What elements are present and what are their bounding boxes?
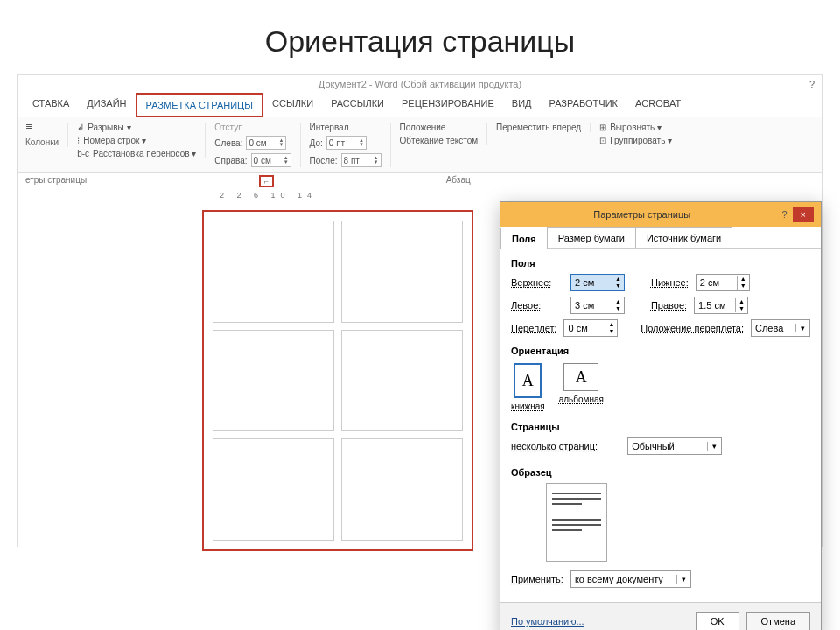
group-objects-button[interactable]: ⊡ Группировать ▾: [599, 136, 672, 145]
tab-references[interactable]: ССЫЛКИ: [263, 93, 322, 117]
gutter-position-select[interactable]: Слева▾: [751, 319, 810, 337]
pages-section-title: Страницы: [511, 422, 810, 432]
interval-group-label: Интервал: [310, 122, 382, 132]
page-thumb[interactable]: [213, 220, 334, 323]
spacing-after-input[interactable]: 8 пт▲▼: [341, 153, 382, 167]
apply-to-label: Применить:: [511, 574, 564, 584]
tab-page-layout[interactable]: РАЗМЕТКА СТРАНИЦЫ: [136, 93, 263, 117]
ribbon-body: ≣ Колонки ↲ Разрывы ▾ ⁝ Номера строк ▾ b…: [18, 117, 822, 173]
margin-bottom-label: Нижнее:: [651, 277, 689, 288]
multiple-pages-label: несколько страниц:: [511, 441, 598, 452]
gutter-input[interactable]: 0 см▲▼: [564, 319, 618, 337]
orientation-landscape-label: альбомная: [559, 395, 604, 404]
margin-top-input[interactable]: 2 см▲▼: [570, 274, 625, 291]
indent-left-label: Слева:: [214, 138, 242, 148]
dialog-tab-margins[interactable]: Поля: [500, 228, 548, 249]
hyphenation-icon: b-c: [77, 149, 89, 158]
breaks-button[interactable]: ↲ Разрывы ▾: [77, 122, 196, 132]
dialog-title: Параметры страницы: [508, 209, 776, 220]
chevron-down-icon: ▾: [707, 442, 721, 451]
word-window: Документ2 - Word (Сбой активации продукт…: [18, 74, 822, 547]
tab-review[interactable]: РЕЦЕНЗИРОВАНИЕ: [393, 93, 503, 117]
align-button[interactable]: ⊞ Выровнять ▾: [599, 122, 672, 132]
page-thumb[interactable]: [341, 438, 463, 541]
spacing-before-input[interactable]: 0 пт▲▼: [326, 136, 367, 150]
cancel-button[interactable]: Отмена: [746, 612, 810, 630]
indent-right-label: Справа:: [214, 156, 247, 165]
margin-right-label: Правое:: [651, 300, 687, 311]
tab-view[interactable]: ВИД: [503, 93, 541, 117]
position-button[interactable]: Положение: [400, 122, 479, 132]
line-numbers-button[interactable]: ⁝ Номера строк ▾: [77, 136, 196, 145]
tab-acrobat[interactable]: ACROBAT: [626, 93, 690, 117]
apply-to-select[interactable]: ко всему документу▾: [570, 570, 691, 588]
orientation-landscape-button[interactable]: A альбомная: [559, 363, 604, 411]
tab-mailings[interactable]: РАССЫЛКИ: [322, 93, 393, 117]
group-page-setup-label: етры страницы: [25, 175, 87, 187]
ruler: 2 2 6 10 14: [18, 189, 822, 201]
window-help-icon[interactable]: ?: [809, 79, 815, 89]
ok-button[interactable]: OK: [696, 612, 739, 630]
margin-right-input[interactable]: 1.5 см▲▼: [694, 297, 748, 314]
page-thumb[interactable]: [213, 438, 334, 541]
gutter-label: Переплет:: [511, 323, 556, 333]
orientation-portrait-button[interactable]: A книжная: [511, 363, 545, 411]
sample-preview: [546, 483, 607, 562]
tab-developer[interactable]: РАЗРАБОТЧИК: [541, 93, 626, 117]
group-paragraph-label: Абзац: [446, 175, 471, 187]
tab-design[interactable]: ДИЗАЙН: [78, 93, 135, 117]
breaks-icon: ↲: [77, 122, 84, 132]
bring-forward-button[interactable]: Переместить вперед: [496, 122, 581, 132]
slide-title: Ориентация страницы: [0, 0, 840, 74]
chevron-down-icon: ▾: [676, 575, 690, 584]
document-area: Параметры страницы ? × Поля Размер бумаг…: [18, 201, 822, 569]
page-thumb[interactable]: [341, 330, 463, 432]
indent-right-input[interactable]: 0 см▲▼: [251, 153, 291, 167]
chevron-down-icon: ▾: [795, 324, 809, 332]
line-numbers-icon: ⁝: [77, 136, 80, 145]
page-setup-launcher[interactable]: ⌐: [259, 175, 274, 187]
margin-left-label: Левое:: [511, 300, 564, 311]
window-titlebar: Документ2 - Word (Сбой активации продукт…: [18, 75, 822, 93]
columns-label[interactable]: Колонки: [25, 137, 59, 147]
dialog-close-icon[interactable]: ×: [793, 206, 814, 222]
page-thumb[interactable]: [213, 330, 334, 432]
sample-section-title: Образец: [511, 467, 810, 478]
spacing-after-label: После:: [310, 156, 338, 165]
dialog-help-icon[interactable]: ?: [776, 206, 792, 222]
tab-insert[interactable]: СТАВКА: [24, 93, 78, 117]
fields-section-title: Поля: [511, 258, 810, 269]
indent-group-label: Отступ: [214, 122, 290, 132]
dialog-tab-source[interactable]: Источник бумаги: [635, 227, 732, 248]
align-icon: ⊞: [599, 122, 606, 132]
margin-bottom-input[interactable]: 2 см▲▼: [696, 274, 750, 291]
columns-icon[interactable]: ≣: [25, 122, 32, 132]
group-icon: ⊡: [599, 136, 606, 145]
hyphenation-button[interactable]: b-c Расстановка переносов ▾: [77, 149, 196, 158]
page-thumb[interactable]: [341, 220, 463, 323]
orientation-section-title: Ориентация: [511, 346, 810, 356]
margin-left-input[interactable]: 3 см▲▼: [570, 297, 625, 314]
window-title: Документ2 - Word (Сбой активации продукт…: [318, 79, 522, 89]
indent-left-input[interactable]: 0 см▲▼: [246, 136, 286, 150]
ribbon-tabs: СТАВКА ДИЗАЙН РАЗМЕТКА СТРАНИЦЫ ССЫЛКИ Р…: [18, 93, 822, 117]
spacing-before-label: До:: [310, 138, 323, 148]
multiple-pages-select[interactable]: Обычный▾: [627, 438, 722, 455]
wrap-text-button[interactable]: Обтекание текстом: [400, 136, 479, 145]
gutter-position-label: Положение переплета:: [640, 323, 744, 333]
default-button[interactable]: По умолчанию...: [511, 616, 584, 626]
page-setup-dialog: Параметры страницы ? × Поля Размер бумаг…: [500, 201, 822, 630]
page-thumbnails: [202, 210, 473, 551]
dialog-tabs: Поля Размер бумаги Источник бумаги: [500, 227, 821, 249]
margin-top-label: Верхнее:: [511, 277, 564, 288]
dialog-tab-paper[interactable]: Размер бумаги: [547, 227, 636, 248]
orientation-portrait-label: книжная: [511, 402, 545, 411]
